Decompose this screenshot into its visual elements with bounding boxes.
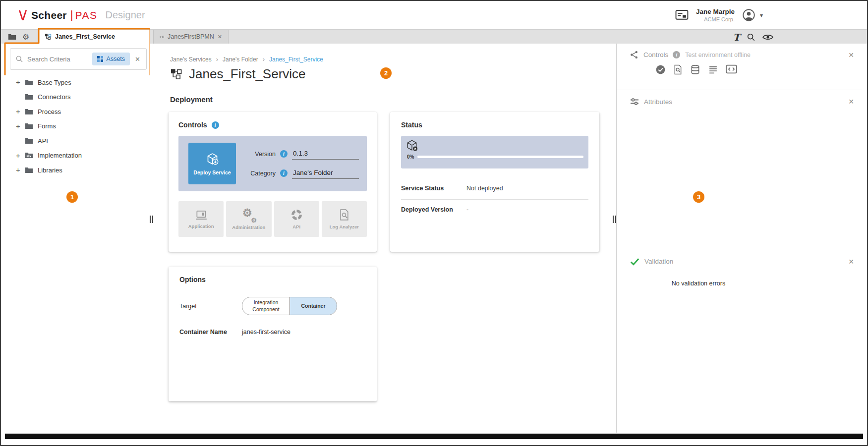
brand-product: Designer — [106, 9, 145, 21]
folder-icon — [25, 108, 33, 115]
database-icon[interactable] — [690, 64, 700, 75]
expand-icon[interactable]: + — [16, 151, 25, 160]
service-icon — [170, 68, 182, 80]
tile-label: API — [292, 224, 300, 229]
breadcrumb-current[interactable]: Janes_First_Service — [269, 56, 323, 63]
info-icon[interactable]: i — [673, 51, 680, 58]
deploy-service-button[interactable]: Deploy Service — [188, 143, 236, 184]
service-status-row: Service Status Not deployed — [401, 178, 588, 200]
controls-panel-header: Controls i Test environment offline ✕ — [617, 44, 862, 59]
tree-item-api[interactable]: + API — [6, 133, 152, 148]
attributes-panel: Attributes ✕ — [617, 90, 862, 250]
tree-item-base-types[interactable]: + Base Types — [6, 75, 152, 90]
right-panel-resize-handle[interactable] — [613, 216, 616, 223]
tab-janesfirstbpmn[interactable]: JanesFirstBPMN ✕ — [153, 30, 229, 44]
close-icon[interactable]: ✕ — [848, 51, 854, 59]
administration-button[interactable]: ⚙ ⚙ Administration — [226, 201, 271, 237]
text-tool-button[interactable]: T — [733, 32, 740, 43]
version-input[interactable] — [292, 149, 359, 160]
folder-icon — [25, 167, 33, 173]
assets-filter-chip[interactable]: Assets — [92, 53, 130, 65]
tree-item-forms[interactable]: + Forms — [6, 119, 152, 134]
log-analyzer-button[interactable]: Log Analyzer — [322, 201, 367, 237]
target-toggle-group: Integration Component Container — [242, 297, 337, 315]
bpmn-icon — [160, 34, 164, 40]
brand-pas: PAS — [75, 9, 98, 21]
tab-label: Janes_First_Service — [55, 33, 115, 40]
list-icon[interactable] — [708, 64, 718, 75]
close-icon[interactable]: ✕ — [218, 34, 222, 40]
user-block[interactable]: Jane Marple ACME Corp. — [696, 7, 735, 23]
console-icon[interactable] — [675, 9, 689, 21]
breadcrumb-janes-folder[interactable]: Jane's Folder — [223, 56, 258, 63]
api-button[interactable]: API — [274, 201, 319, 237]
search-input[interactable] — [27, 56, 88, 63]
info-icon[interactable]: i — [212, 121, 219, 129]
status-rows: Service Status Not deployed Deployed Ver… — [401, 178, 588, 221]
close-icon[interactable]: ✕ — [848, 98, 854, 106]
folder-button[interactable] — [5, 30, 19, 44]
tree-item-process[interactable]: + Process — [6, 104, 152, 119]
progress-percent: 0% — [407, 154, 414, 160]
service-icon — [45, 33, 52, 40]
file-search-icon[interactable] — [673, 64, 683, 75]
controls-panel-actions — [617, 59, 862, 75]
status-panel: 0% — [401, 136, 588, 168]
deploy-icon — [206, 152, 219, 166]
target-option-integration-component[interactable]: Integration Component — [242, 297, 289, 315]
eye-icon[interactable] — [762, 33, 774, 41]
status-card-title: Status — [401, 121, 588, 129]
category-input[interactable] — [292, 168, 359, 179]
chevron-down-icon[interactable]: ▾ — [760, 12, 763, 19]
info-icon[interactable]: i — [280, 150, 288, 158]
api-icon — [290, 209, 303, 221]
tree-item-libraries[interactable]: + Libraries — [6, 163, 152, 177]
breadcrumb: Jane's Services › Jane's Folder › Janes_… — [170, 56, 323, 63]
options-card: Options Target Integration Component Con… — [169, 267, 377, 401]
right-panel: Controls i Test environment offline ✕ — [616, 44, 862, 433]
tabbar-tools: T — [733, 30, 774, 44]
sidebar-resize-handle[interactable] — [150, 216, 153, 223]
clear-search-button[interactable]: ✕ — [134, 56, 141, 63]
application-button[interactable]: Application — [178, 201, 224, 237]
user-name: Jane Marple — [696, 7, 735, 16]
folder-icon — [25, 93, 33, 100]
close-icon[interactable]: ✕ — [848, 258, 854, 266]
options-card-title: Options — [179, 276, 366, 283]
expand-icon[interactable]: + — [16, 78, 25, 86]
settings-button[interactable]: ⚙ — [19, 30, 33, 44]
folder-icon — [8, 33, 16, 40]
tile-label: Application — [188, 223, 214, 229]
tab-janes-first-service[interactable]: Janes_First_Service — [39, 30, 150, 44]
service-status-value: Not deployed — [466, 185, 503, 192]
tree-item-connectors[interactable]: + Connectors — [6, 90, 152, 105]
search-icon[interactable] — [747, 33, 755, 42]
expand-icon[interactable]: + — [16, 122, 25, 130]
controls-panel-title: Controls — [643, 51, 668, 58]
deployed-version-row: Deployed Version - — [401, 200, 588, 221]
version-row: Version i — [247, 149, 359, 160]
controls-icon — [630, 50, 639, 59]
annotation-marker-3: 3 — [693, 191, 704, 203]
tree-item-implementation[interactable]: + Implementation — [6, 148, 152, 163]
code-icon[interactable] — [726, 64, 737, 75]
tree-item-label: Process — [38, 108, 61, 115]
breadcrumb-janes-services[interactable]: Jane's Services — [170, 56, 212, 63]
expand-icon[interactable]: + — [16, 166, 25, 174]
controls-panel: Controls i Test environment offline ✕ — [617, 44, 862, 90]
tree-item-label: Forms — [38, 122, 56, 130]
user-avatar-icon[interactable] — [742, 8, 755, 22]
controls-card-title: Controls i — [178, 121, 367, 129]
info-icon[interactable]: i — [280, 169, 288, 177]
chevron-right-icon: › — [263, 56, 265, 63]
bottom-bar — [5, 434, 863, 439]
annotation-marker-2: 2 — [380, 67, 392, 79]
status-card-title-text: Status — [401, 121, 422, 129]
target-row: Target Integration Component Container — [179, 297, 366, 315]
expand-icon[interactable]: + — [16, 107, 25, 115]
target-option-container[interactable]: Container — [289, 297, 337, 315]
check-circle-icon[interactable] — [655, 64, 666, 75]
brand-divider: | — [70, 8, 73, 21]
main-content: Jane's Services › Jane's Folder › Janes_… — [152, 44, 616, 433]
section-title: Deployment — [170, 95, 213, 104]
